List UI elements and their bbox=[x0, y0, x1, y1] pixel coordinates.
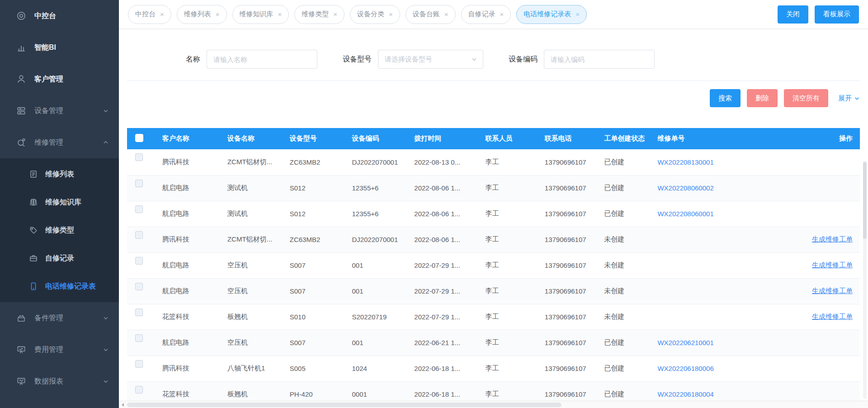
sidebar-item-repair[interactable]: 维修管理 bbox=[0, 127, 119, 158]
filter-divider bbox=[127, 81, 860, 81]
sidebar-item-customer[interactable]: 客户管理 bbox=[0, 63, 119, 95]
tab-knowledge[interactable]: 维修知识库× bbox=[232, 5, 289, 24]
cell-order_status: 未创建 bbox=[600, 227, 654, 252]
cell-order-no: WX202206180006 bbox=[654, 356, 803, 381]
tab-repair-type[interactable]: 维修类型× bbox=[294, 5, 344, 24]
clear-all-button[interactable]: 清空所有 bbox=[784, 89, 828, 107]
sidebar-item-knowledge[interactable]: 维修知识库 bbox=[0, 188, 119, 216]
cell-text: 空压机 bbox=[227, 338, 248, 346]
cell-action bbox=[803, 356, 860, 381]
cell-action: 生成维修工单 bbox=[803, 278, 860, 304]
tab-label: 维修列表 bbox=[184, 10, 211, 19]
cell-text: 2022-07-29 1... bbox=[414, 287, 460, 295]
row-checkbox[interactable] bbox=[135, 360, 143, 368]
cell-device_model: S007 bbox=[286, 278, 349, 304]
row-checkbox[interactable] bbox=[135, 308, 143, 316]
close-icon[interactable]: × bbox=[500, 11, 504, 18]
sidebar-item-repair-type[interactable]: 维修类型 bbox=[0, 216, 119, 244]
row-checkbox[interactable] bbox=[135, 205, 143, 213]
row-checkbox[interactable] bbox=[135, 231, 143, 239]
cell-order-no: WX202206210001 bbox=[654, 330, 803, 356]
close-icon[interactable]: × bbox=[333, 11, 337, 18]
cell-order_status: 未创建 bbox=[600, 252, 654, 278]
sidebar-item-settings[interactable]: 系统设置 bbox=[0, 397, 119, 408]
tab-device-ledger[interactable]: 设备台账× bbox=[406, 5, 456, 24]
table-row: 航启电路空压机S0070012022-07-29 1...李工137906961… bbox=[127, 278, 860, 304]
close-icon[interactable]: × bbox=[389, 11, 393, 18]
cell-customer: 航启电路 bbox=[159, 278, 224, 304]
cell-order_status: 未创建 bbox=[600, 304, 654, 330]
sidebar-item-spare[interactable]: 备件管理 bbox=[0, 302, 119, 334]
row-checkbox[interactable] bbox=[135, 257, 143, 265]
generate-order-link[interactable]: 生成维修工单 bbox=[812, 235, 853, 243]
app-root: 中控台智能BI客户管理设备管理维修管理维修列表维修知识库维修类型自修记录电话维修… bbox=[0, 0, 868, 408]
close-icon[interactable]: × bbox=[216, 11, 220, 18]
repair-order-link[interactable]: WX202208060001 bbox=[657, 210, 713, 218]
cell-text: 李工 bbox=[486, 287, 499, 294]
tab-self-record[interactable]: 自修记录× bbox=[461, 5, 511, 24]
cell-text: 李工 bbox=[486, 364, 499, 372]
sidebar-item-phone-record[interactable]: 电话维修记录表 bbox=[0, 272, 119, 300]
generate-order-link[interactable]: 生成维修工单 bbox=[812, 261, 853, 269]
name-input[interactable] bbox=[207, 50, 317, 69]
vertical-scroll-thumb[interactable] bbox=[863, 162, 867, 239]
row-checkbox[interactable] bbox=[135, 180, 143, 187]
row-checkbox-cell bbox=[127, 304, 159, 330]
tab-console[interactable]: 中控台× bbox=[128, 5, 171, 24]
delete-button[interactable]: 删除 bbox=[747, 89, 778, 107]
row-checkbox[interactable] bbox=[135, 386, 143, 394]
sidebar-item-device[interactable]: 设备管理 bbox=[0, 95, 119, 127]
cell-call_time: 2022-08-06 1... bbox=[410, 175, 481, 201]
row-checkbox[interactable] bbox=[135, 334, 143, 342]
cell-text: 测试机 bbox=[227, 209, 248, 217]
sidebar-item-bi[interactable]: 智能BI bbox=[0, 32, 119, 63]
sidebar-item-console[interactable]: 中控台 bbox=[0, 0, 119, 32]
sidebar-item-fee[interactable]: 费用管理 bbox=[0, 334, 119, 365]
scroll-left-arrow-icon[interactable] bbox=[119, 401, 126, 408]
repair-order-link[interactable]: WX202206210001 bbox=[657, 339, 713, 346]
sidebar-item-label: 电话维修记录表 bbox=[45, 282, 96, 291]
cell-text: 已创建 bbox=[604, 364, 624, 372]
column-header: 设备名称 bbox=[224, 128, 286, 149]
table-vertical-scrollbar[interactable] bbox=[863, 161, 867, 399]
repair-order-link[interactable]: WX202208130001 bbox=[657, 158, 713, 166]
cell-text: DJ2022070001 bbox=[352, 236, 398, 243]
repair-order-link[interactable]: WX202206180004 bbox=[657, 390, 713, 398]
board-view-button[interactable]: 看板展示 bbox=[815, 5, 859, 24]
cell-text: 空压机 bbox=[227, 287, 248, 294]
table-horizontal-scrollbar[interactable] bbox=[119, 401, 868, 408]
sidebar-item-self-record[interactable]: 自修记录 bbox=[0, 244, 119, 272]
expand-toggle[interactable]: 展开 bbox=[838, 94, 860, 103]
cell-text: 13790696107 bbox=[545, 313, 586, 321]
device-code-input[interactable] bbox=[544, 50, 655, 69]
cell-text: 李工 bbox=[486, 390, 499, 398]
close-icon[interactable]: × bbox=[160, 11, 164, 18]
sidebar-submenu: 维修列表维修知识库维修类型自修记录电话维修记录表 bbox=[0, 158, 119, 302]
sidebar-item-repair-list[interactable]: 维修列表 bbox=[0, 160, 119, 188]
row-checkbox[interactable] bbox=[135, 153, 143, 161]
tab-device-category[interactable]: 设备分类× bbox=[350, 5, 400, 24]
cell-action bbox=[803, 330, 860, 356]
tab-label: 电话维修记录表 bbox=[524, 10, 571, 19]
close-icon[interactable]: × bbox=[278, 11, 282, 18]
search-button[interactable]: 搜索 bbox=[710, 89, 741, 107]
cell-order-no: WX202208060001 bbox=[654, 201, 803, 227]
cell-text: 李工 bbox=[486, 158, 499, 166]
sidebar-item-report[interactable]: 数据报表 bbox=[0, 365, 119, 397]
select-all-checkbox[interactable] bbox=[135, 134, 143, 142]
close-icon[interactable]: × bbox=[576, 11, 580, 18]
close-icon[interactable]: × bbox=[444, 11, 448, 18]
device-model-select[interactable]: 请选择设备型号 bbox=[378, 50, 483, 69]
tab-repair-list[interactable]: 维修列表× bbox=[177, 5, 227, 24]
cell-phone: 13790696107 bbox=[541, 201, 600, 227]
cell-call_time: 2022-06-21 1... bbox=[410, 330, 481, 356]
repair-order-link[interactable]: WX202206180006 bbox=[657, 365, 713, 372]
repair-order-link[interactable]: WX202208060002 bbox=[657, 184, 713, 192]
generate-order-link[interactable]: 生成维修工单 bbox=[812, 287, 853, 294]
generate-order-link[interactable]: 生成维修工单 bbox=[812, 313, 853, 320]
close-button[interactable]: 关闭 bbox=[778, 5, 808, 24]
horizontal-scroll-thumb[interactable] bbox=[127, 403, 561, 407]
sidebar-item-label: 备件管理 bbox=[34, 313, 63, 323]
tab-phone-record[interactable]: 电话维修记录表× bbox=[516, 5, 587, 24]
row-checkbox[interactable] bbox=[135, 283, 143, 290]
